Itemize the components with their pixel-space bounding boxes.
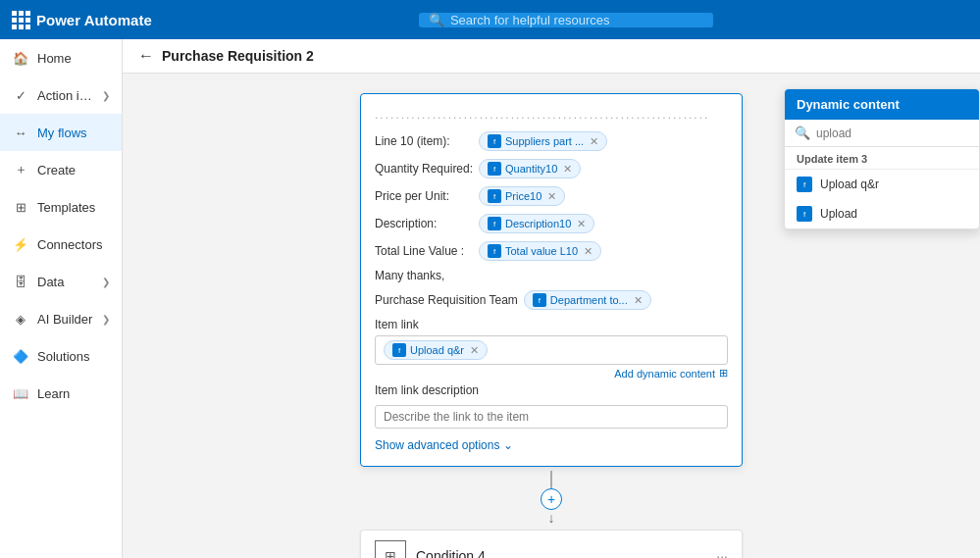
sidebar-item-connectors[interactable]: ⚡ Connectors	[0, 226, 122, 263]
token-icon: f	[392, 343, 406, 357]
sidebar-item-solutions[interactable]: 🔷 Solutions	[0, 337, 122, 375]
field-label: Total Line Value :	[375, 244, 473, 258]
add-step-button[interactable]: +	[541, 488, 562, 510]
field-row-purchase-req-team: Purchase Requisition Team f Department t…	[375, 290, 728, 310]
item-link-description-section: Item link description	[375, 383, 728, 429]
dynamic-content-panel: Dynamic content 🔍 Update item 3 f Upload…	[784, 88, 980, 229]
condition-label: Condition 4	[416, 548, 706, 558]
sidebar-item-learn[interactable]: 📖 Learn	[0, 375, 122, 412]
sidebar-item-label: Learn	[37, 386, 110, 401]
chevron-down-icon: ❯	[102, 314, 110, 325]
topbar: Power Automate 🔍	[0, 0, 980, 39]
field-row-description: Description: f Description10 ✕	[375, 214, 728, 233]
token-icon: f	[488, 162, 501, 176]
sidebar-item-home[interactable]: 🏠 Home	[0, 39, 122, 76]
breadcrumb: ← Purchase Requisition 2	[123, 39, 980, 74]
ai-icon: ◈	[12, 310, 29, 328]
search-icon: 🔍	[795, 126, 810, 140]
token-icon: f	[488, 217, 501, 230]
token-price10[interactable]: f Price10 ✕	[479, 186, 565, 206]
sidebar-item-templates[interactable]: ⊞ Templates	[0, 188, 122, 226]
sidebar-item-label: Templates	[37, 200, 110, 215]
sidebar-item-create[interactable]: ＋ Create	[0, 151, 122, 188]
dynamic-panel-item-upload[interactable]: f Upload	[785, 199, 979, 228]
sidebar: 🏠 Home ✓ Action items ❯ ↔ My flows ＋ Cre…	[0, 39, 123, 558]
token-upload-qr[interactable]: f Upload q&r ✕	[384, 340, 488, 360]
search-bar[interactable]: 🔍	[419, 13, 713, 27]
grid-icon	[12, 11, 30, 29]
dp-item-label: Upload q&r	[820, 178, 879, 191]
connector-line	[550, 471, 552, 488]
token-dept[interactable]: f Department to... ✕	[524, 290, 651, 310]
templates-icon: ⊞	[12, 198, 29, 216]
token-close-icon[interactable]: ✕	[634, 294, 643, 307]
field-row-line10: Line 10 (item): f Suppliers part ... ✕	[375, 131, 728, 151]
token-icon: f	[488, 134, 501, 148]
sidebar-item-label: Action items	[37, 88, 94, 103]
token-close-icon[interactable]: ✕	[470, 344, 479, 357]
chevron-down-icon: ⌄	[503, 438, 513, 452]
field-label: Description:	[375, 217, 473, 230]
data-icon: 🗄	[12, 273, 29, 290]
plus-icon: +	[547, 491, 555, 507]
flow-action-card: ........................................…	[360, 93, 743, 467]
flow-connector: + ↓	[541, 471, 562, 526]
token-close-icon[interactable]: ✕	[584, 245, 593, 258]
sidebar-item-label: Home	[37, 51, 110, 66]
token-quantity10[interactable]: f Quantity10 ✕	[479, 159, 581, 178]
chevron-down-icon: ❯	[102, 90, 110, 101]
sidebar-item-label: Data	[37, 275, 94, 289]
flows-icon: ↔	[12, 124, 29, 141]
token-close-icon[interactable]: ✕	[590, 135, 598, 148]
field-label: Price per Unit:	[375, 189, 473, 203]
token-description10[interactable]: f Description10 ✕	[479, 214, 594, 233]
condition-card: ⊞ Condition 4 ···	[360, 530, 743, 558]
item-link-desc-input[interactable]	[375, 405, 728, 429]
back-button[interactable]: ←	[138, 47, 154, 65]
sidebar-item-data[interactable]: 🗄 Data ❯	[0, 263, 122, 300]
token-icon: f	[488, 189, 501, 203]
plus-icon: ＋	[12, 161, 29, 178]
sidebar-item-action-items[interactable]: ✓ Action items ❯	[0, 76, 122, 114]
add-dynamic-content-button[interactable]: Add dynamic content ⊞	[375, 367, 728, 380]
field-row-price: Price per Unit: f Price10 ✕	[375, 186, 728, 206]
add-dynamic-icon: ⊞	[719, 367, 728, 380]
item-link-input[interactable]: f Upload q&r ✕	[375, 335, 728, 365]
token-close-icon[interactable]: ✕	[577, 218, 586, 230]
dotted-divider: ........................................…	[375, 108, 728, 122]
dp-token-icon: f	[797, 206, 812, 222]
search-input[interactable]	[450, 13, 703, 27]
token-total-line[interactable]: f Total value L10 ✕	[479, 241, 601, 261]
token-close-icon[interactable]: ✕	[563, 163, 572, 176]
sidebar-item-label: Create	[37, 163, 110, 178]
main-canvas: ← Purchase Requisition 2 ...............…	[123, 39, 980, 558]
connectors-icon: ⚡	[12, 235, 29, 253]
token-close-icon[interactable]: ✕	[547, 190, 556, 203]
field-label: Quantity Required:	[375, 162, 473, 176]
token-suppliers-part[interactable]: f Suppliers part ... ✕	[479, 131, 607, 151]
condition-more-options[interactable]: ···	[716, 548, 728, 558]
many-thanks-text: Many thanks,	[375, 269, 728, 282]
dynamic-panel-header: Dynamic content	[785, 89, 979, 120]
search-icon: 🔍	[429, 13, 444, 27]
dynamic-search-input[interactable]	[816, 127, 969, 140]
field-label: Line 10 (item):	[375, 134, 473, 148]
dynamic-panel-search[interactable]: 🔍	[785, 120, 979, 147]
arrow-down-icon: ↓	[548, 510, 555, 526]
field-row-quantity: Quantity Required: f Quantity10 ✕	[375, 159, 728, 178]
item-link-desc-label: Item link description	[375, 383, 728, 397]
solutions-icon: 🔷	[12, 347, 29, 365]
token-icon: f	[488, 244, 501, 258]
condition-icon: ⊞	[375, 540, 406, 558]
dynamic-panel-item-upload-qr[interactable]: f Upload q&r	[785, 170, 979, 199]
show-advanced-button[interactable]: Show advanced options ⌄	[375, 438, 728, 452]
show-advanced-label: Show advanced options	[375, 438, 499, 452]
sidebar-item-label: AI Builder	[37, 312, 94, 327]
sidebar-item-my-flows[interactable]: ↔ My flows	[0, 114, 122, 151]
add-dynamic-label: Add dynamic content	[614, 368, 715, 380]
dp-token-icon: f	[797, 177, 812, 192]
sidebar-item-ai-builder[interactable]: ◈ AI Builder ❯	[0, 300, 122, 337]
dp-item-label: Upload	[820, 207, 857, 221]
app-logo[interactable]: Power Automate	[12, 11, 152, 29]
home-icon: 🏠	[12, 49, 29, 67]
